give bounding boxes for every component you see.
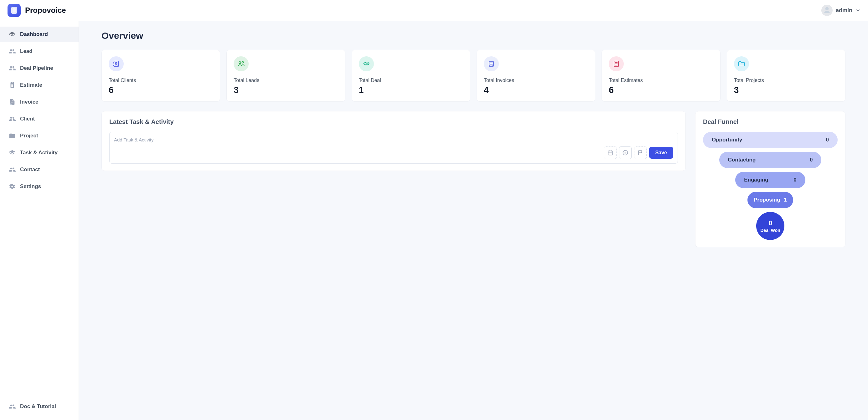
funnel-stage-proposing: Proposing 1 [747, 192, 793, 208]
sidebar-item-label: Contact [20, 166, 40, 173]
gear-icon [9, 183, 16, 190]
stat-value: 1 [359, 85, 463, 95]
stat-value: 6 [609, 85, 713, 95]
stat-clients[interactable]: Total Clients 6 [101, 50, 220, 102]
funnel-label: Opportunity [712, 137, 742, 143]
panel-title: Deal Funnel [703, 118, 838, 126]
people-icon [9, 403, 16, 410]
funnel-stage-opportunity: Opportunity 0 [703, 132, 838, 148]
people-icon [9, 116, 16, 122]
sidebar-item-label: Invoice [20, 99, 38, 105]
svg-point-8 [623, 151, 627, 155]
flag-button[interactable] [634, 147, 647, 159]
nav-deal-pipeline[interactable]: Deal Pipeline [0, 60, 79, 76]
sidebar-item-label: Estimate [20, 82, 42, 88]
handshake-icon [359, 56, 374, 71]
funnel-chart: Opportunity 0 Contacting 0 Engaging 0 [703, 132, 838, 240]
funnel-stage-contacting: Contacting 0 [719, 152, 822, 168]
layers-icon [9, 31, 16, 38]
sidebar-item-label: Lead [20, 48, 33, 55]
nav-doc-tutorial[interactable]: Doc & Tutorial [0, 399, 79, 414]
nav-client[interactable]: Client [0, 111, 79, 127]
sidebar: Dashboard Lead Deal Pipeline Estimate [0, 21, 79, 420]
panel-title: Latest Task & Activity [109, 118, 678, 126]
funnel-stage-won: 0 Deal Won [756, 212, 784, 240]
funnel-count: 1 [784, 197, 786, 203]
stat-estimates[interactable]: Total Estimates 6 [601, 50, 720, 102]
stat-label: Total Deal [359, 77, 463, 83]
sidebar-item-label: Doc & Tutorial [20, 403, 56, 410]
sidebar-item-label: Task & Activity [20, 150, 58, 156]
folder-icon [9, 132, 16, 139]
people-icon [9, 48, 16, 55]
chevron-down-icon [856, 8, 861, 13]
stat-leads[interactable]: Total Leads 3 [226, 50, 345, 102]
stat-label: Total Leads [234, 77, 338, 83]
flag-icon [637, 150, 644, 156]
funnel-count: 0 [768, 219, 772, 227]
funnel-label: Proposing [754, 197, 780, 203]
nav-task-activity[interactable]: Task & Activity [0, 145, 79, 161]
svg-point-0 [10, 104, 12, 105]
svg-point-3 [239, 62, 241, 64]
funnel-label: Contacting [728, 157, 756, 163]
nav-estimate[interactable]: Estimate [0, 77, 79, 93]
svg-point-2 [116, 63, 117, 64]
sidebar-item-label: Project [20, 133, 38, 139]
funnel-count: 0 [794, 177, 796, 183]
calendar-button[interactable] [604, 147, 617, 159]
sidebar-item-label: Settings [20, 184, 41, 190]
task-input-box: Save [109, 132, 678, 164]
stat-row: Total Clients 6 Total Leads 3 Total Deal… [101, 50, 845, 102]
nav-lead[interactable]: Lead [0, 43, 79, 59]
receipt-icon [484, 56, 499, 71]
task-input[interactable] [114, 136, 673, 143]
funnel-count: 0 [810, 157, 813, 163]
stat-deal[interactable]: Total Deal 1 [352, 50, 470, 102]
app-logo-icon [7, 4, 21, 17]
stat-invoices[interactable]: Total Invoices 4 [476, 50, 595, 102]
task-activity-panel: Latest Task & Activity [101, 111, 686, 171]
svg-point-4 [242, 62, 244, 63]
sidebar-item-label: Dashboard [20, 31, 48, 38]
people-icon [9, 65, 16, 72]
stat-value: 4 [484, 85, 588, 95]
topbar: Propovoice admin [0, 0, 868, 21]
funnel-label: Engaging [744, 177, 768, 183]
stat-projects[interactable]: Total Projects 3 [727, 50, 845, 102]
nav-project[interactable]: Project [0, 128, 79, 144]
stat-value: 3 [234, 85, 338, 95]
calendar-icon [607, 150, 613, 156]
nav-invoice[interactable]: Invoice [0, 94, 79, 110]
nav-settings[interactable]: Settings [0, 179, 79, 194]
funnel-label: Deal Won [760, 228, 780, 233]
stat-label: Total Invoices [484, 77, 588, 83]
stat-label: Total Projects [734, 77, 838, 83]
invoice-icon [9, 99, 16, 105]
deal-funnel-panel: Deal Funnel Opportunity 0 Contacting 0 E… [695, 111, 845, 247]
page-title: Overview [101, 30, 845, 41]
sidebar-item-label: Deal Pipeline [20, 65, 53, 71]
stat-label: Total Clients [108, 77, 213, 83]
brand[interactable]: Propovoice [7, 4, 66, 17]
people-icon [9, 166, 16, 173]
document-icon [609, 56, 624, 71]
layers-icon [9, 149, 16, 156]
stat-value: 6 [108, 85, 213, 95]
nav-dashboard[interactable]: Dashboard [0, 27, 79, 42]
avatar-icon [822, 5, 833, 16]
svg-rect-7 [608, 151, 612, 155]
people-icon [234, 56, 249, 71]
stat-label: Total Estimates [609, 77, 713, 83]
folder-icon [734, 56, 749, 71]
address-book-icon [108, 56, 124, 71]
funnel-count: 0 [826, 137, 829, 143]
stat-value: 3 [734, 85, 838, 95]
user-name: admin [836, 7, 852, 14]
user-menu[interactable]: admin [822, 5, 861, 16]
main-content: Overview Total Clients 6 Total Leads 3 [79, 21, 868, 420]
sidebar-item-label: Client [20, 116, 35, 122]
check-button[interactable] [619, 147, 631, 159]
save-button[interactable]: Save [649, 147, 673, 159]
nav-contact[interactable]: Contact [0, 162, 79, 177]
